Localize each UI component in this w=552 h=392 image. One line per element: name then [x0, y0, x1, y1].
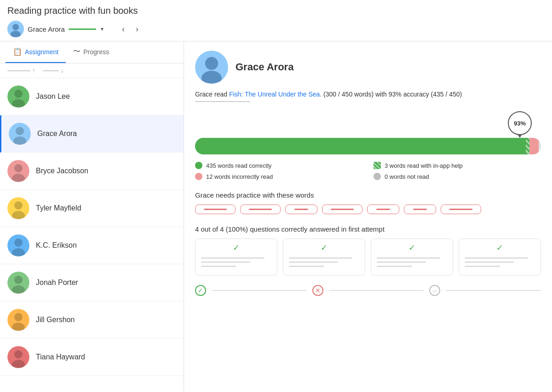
sort-line-asc — [7, 70, 30, 71]
response-line-3 — [446, 290, 541, 291]
header-avatar — [7, 21, 24, 37]
question-card-3: ✓ — [371, 239, 453, 276]
student-name-tyler-mayfield: Tyler Mayfield — [36, 204, 81, 212]
legend-item-2: 12 words incorrectly read — [195, 173, 362, 180]
practice-words-title: Grace needs practice with these words — [195, 191, 541, 199]
student-list-item-kc-erikson[interactable]: K.C. Erikson — [0, 227, 184, 264]
reading-summary-prefix: Grace read — [195, 91, 229, 98]
top-header: Reading practice with fun books Grace Ar… — [0, 0, 552, 41]
student-selector: Grace Arora ▾ ‹ › — [7, 21, 545, 37]
response-check-icon: ✓ — [195, 285, 206, 296]
svg-point-10 — [14, 164, 23, 172]
legend-dot-hatched — [374, 162, 381, 169]
student-name-jason-lee: Jason Lee — [36, 92, 70, 101]
svg-point-1 — [12, 24, 19, 30]
student-avatar-jill-gershon — [7, 309, 29, 331]
response-row: ✓ ✕ – — [195, 285, 541, 296]
svg-point-7 — [16, 127, 24, 135]
student-list-item-grace-arora[interactable]: Grace Arora — [0, 115, 184, 153]
sort-desc-button[interactable]: ↓ — [43, 67, 64, 74]
reading-summary-suffix: (300 / 450 words) with 93% accuracy (435… — [322, 91, 462, 98]
assignment-tab-icon: 📋 — [13, 47, 22, 56]
student-avatar-tyler-mayfield — [7, 197, 29, 219]
legend-label-2: 12 words incorrectly read — [206, 173, 273, 180]
progress-bar — [195, 138, 541, 154]
question-card-2: ✓ — [283, 239, 365, 276]
accuracy-indicator: 93% — [195, 111, 541, 135]
sort-line-desc — [43, 70, 59, 71]
bar-correct — [195, 138, 526, 154]
main-content: 📋 Assignment 〜 Progress ↑ ↓ — [0, 41, 552, 392]
right-panel: Grace Arora Grace read Fish: The Unreal … — [184, 41, 552, 392]
student-list-item-tiana-hayward[interactable]: Tiana Hayward — [0, 339, 184, 376]
word-pill — [285, 205, 317, 214]
student-avatar-tiana-hayward — [7, 346, 29, 368]
book-title-link[interactable]: Fish: The Unreal Under the Sea. — [229, 91, 322, 98]
progress-tab-icon: 〜 — [73, 47, 80, 57]
word-pill — [240, 205, 281, 214]
response-line-2 — [329, 290, 424, 291]
detail-student-name: Grace Arora — [236, 61, 293, 73]
questions-title: 4 out of 4 (100%) questions correctly an… — [195, 225, 541, 233]
prev-student-button[interactable]: ‹ — [118, 23, 128, 36]
next-student-button[interactable]: › — [132, 23, 142, 36]
student-list-item-bryce-jacobson[interactable]: Bryce Jacobson — [0, 153, 184, 190]
student-name-bryce-jacobson: Bryce Jacobson — [36, 167, 88, 175]
svg-point-22 — [14, 313, 23, 321]
student-avatar-jonah-porter — [7, 272, 29, 294]
svg-point-28 — [205, 57, 218, 70]
student-list-item-jill-gershon[interactable]: Jill Gershon — [0, 301, 184, 339]
student-list: Jason Lee Grace Arora Bryce Jacobson Tyl… — [0, 78, 184, 392]
legend-item-1: 3 words read with in-app help — [374, 162, 541, 169]
legend-label-0: 435 words read correctly — [206, 162, 271, 169]
bar-unread — [539, 138, 541, 154]
response-cross-icon: ✕ — [312, 285, 323, 296]
nav-arrows: ‹ › — [118, 23, 142, 36]
word-pill — [441, 205, 481, 214]
tabs-bar: 📋 Assignment 〜 Progress — [0, 41, 184, 63]
practice-words — [195, 205, 541, 214]
svg-point-19 — [14, 276, 23, 284]
question-card-4: ✓ — [459, 239, 541, 276]
bar-help — [526, 138, 529, 154]
summary-underline — [195, 101, 250, 102]
bar-incorrect — [529, 138, 539, 154]
tab-assignment[interactable]: 📋 Assignment — [6, 41, 66, 63]
svg-point-13 — [14, 201, 23, 210]
dropdown-arrow-icon[interactable]: ▾ — [101, 26, 104, 32]
student-avatar-bryce-jacobson — [7, 160, 29, 182]
check-icon-3: ✓ — [408, 243, 415, 253]
student-avatar-kc-erikson — [7, 234, 29, 256]
student-list-item-jonah-porter[interactable]: Jonah Porter — [0, 264, 184, 301]
student-avatar-jason-lee — [7, 85, 29, 108]
check-icon-2: ✓ — [321, 243, 328, 253]
word-pill — [404, 205, 436, 214]
sort-asc-button[interactable]: ↑ — [7, 67, 35, 74]
left-sidebar: 📋 Assignment 〜 Progress ↑ ↓ — [0, 41, 184, 392]
accuracy-bubble: 93% — [508, 111, 532, 135]
student-list-item-tyler-mayfield[interactable]: Tyler Mayfield — [0, 190, 184, 227]
student-list-item-jason-lee[interactable]: Jason Lee — [0, 78, 184, 115]
legend-item-0: 435 words read correctly — [195, 162, 362, 169]
question-cards: ✓ ✓ ✓ — [195, 239, 541, 276]
student-name-grace-arora: Grace Arora — [37, 130, 77, 138]
selector-line — [69, 28, 96, 30]
legend-label-1: 3 words read with in-app help — [385, 162, 463, 169]
legend-dot-pink — [195, 173, 202, 180]
selector-student-name: Grace Arora — [28, 25, 65, 33]
question-card-1: ✓ — [195, 239, 277, 276]
svg-point-25 — [14, 350, 23, 358]
student-avatar-grace-arora — [9, 123, 31, 145]
page-title: Reading practice with fun books — [7, 6, 545, 16]
student-name-jill-gershon: Jill Gershon — [36, 316, 75, 324]
response-dash-icon: – — [429, 285, 440, 296]
check-icon-1: ✓ — [233, 243, 240, 253]
word-pill — [322, 205, 362, 214]
legend-label-3: 0 words not read — [385, 173, 429, 180]
student-name-tiana-hayward: Tiana Hayward — [36, 353, 85, 361]
reading-summary: Grace read Fish: The Unreal Under the Se… — [195, 89, 541, 99]
tab-progress[interactable]: 〜 Progress — [66, 41, 116, 63]
svg-point-4 — [14, 90, 23, 98]
legend: 435 words read correctly 3 words read wi… — [195, 162, 541, 180]
sort-controls: ↑ ↓ — [0, 63, 184, 78]
